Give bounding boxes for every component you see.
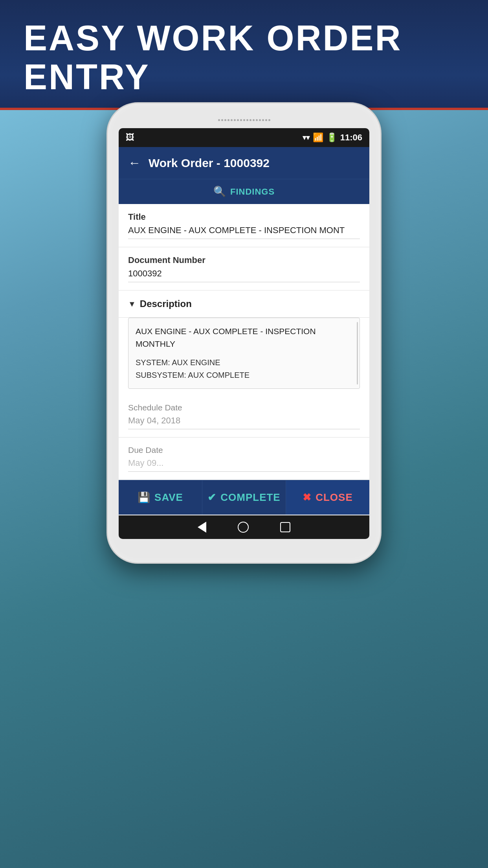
close-icon: ✖ [303,491,312,504]
status-left: 🖼 [126,132,134,143]
signal-icon: 📶 [313,132,323,143]
action-buttons: 💾 SAVE ✔ COMPLETE ✖ CLOSE [119,480,369,515]
wifi-icon: ▾▾ [303,133,310,142]
document-number-value[interactable]: 1000392 [128,268,360,282]
phone-nav-bar [119,515,369,539]
back-nav-icon[interactable] [198,522,206,533]
title-value[interactable]: AUX ENGINE - AUX COMPLETE - INSPECTION M… [128,225,360,239]
description-subsystem: SUBSYSTEM: AUX COMPLETE [136,369,352,381]
phone-mockup: 🖼 ▾▾ 📶 🔋 11:06 ← Work Order - 1000392 🔍 … [106,102,382,564]
work-order-title: Work Order - 1000392 [149,156,270,170]
close-label: CLOSE [316,491,353,504]
schedule-date-value[interactable]: May 04, 2018 [128,416,360,429]
header-title: EASY WORK ORDER ENTRY [24,19,464,97]
photo-icon: 🖼 [126,132,134,143]
document-number-field: Document Number 1000392 [119,247,369,291]
status-right: ▾▾ 📶 🔋 11:06 [303,132,362,143]
header-banner: EASY WORK ORDER ENTRY [0,0,488,110]
due-date-field: Due Date May 09... [119,438,369,480]
due-date-value[interactable]: May 09... [128,458,360,472]
phone-screen: 🖼 ▾▾ 📶 🔋 11:06 ← Work Order - 1000392 🔍 … [119,128,369,539]
findings-icon: 🔍 [213,186,226,198]
home-nav-icon[interactable] [238,522,249,533]
description-header[interactable]: ▼ Description [119,291,369,318]
findings-label: FINDINGS [230,187,275,197]
title-field: Title AUX ENGINE - AUX COMPLETE - INSPEC… [119,204,369,247]
battery-icon: 🔋 [327,132,337,143]
phone-body: 🖼 ▾▾ 📶 🔋 11:06 ← Work Order - 1000392 🔍 … [106,102,382,564]
save-button[interactable]: 💾 SAVE [119,480,202,515]
save-icon: 💾 [138,491,150,504]
close-button[interactable]: ✖ CLOSE [286,480,369,515]
description-meta: SYSTEM: AUX ENGINE SUBSYSTEM: AUX COMPLE… [136,356,352,381]
complete-label: COMPLETE [220,491,280,504]
recents-nav-icon[interactable] [280,522,290,532]
findings-tab[interactable]: 🔍 FINDINGS [119,179,369,204]
due-date-label: Due Date [128,445,360,455]
description-system: SYSTEM: AUX ENGINE [136,356,352,369]
speaker-dots [218,119,270,121]
app-header: ← Work Order - 1000392 [119,147,369,179]
description-text: AUX ENGINE - AUX COMPLETE - INSPECTION M… [136,325,352,350]
chevron-down-icon: ▼ [128,300,136,309]
scrollbar [357,322,358,384]
schedule-date-field: Schedule Date May 04, 2018 [119,395,369,438]
back-button[interactable]: ← [128,156,141,170]
complete-button[interactable]: ✔ COMPLETE [202,480,286,515]
description-box[interactable]: AUX ENGINE - AUX COMPLETE - INSPECTION M… [128,318,360,389]
form-content: Title AUX ENGINE - AUX COMPLETE - INSPEC… [119,204,369,515]
description-label: Description [140,298,192,309]
phone-speaker [119,119,369,121]
document-number-label: Document Number [128,255,360,265]
complete-icon: ✔ [207,491,216,504]
save-label: SAVE [154,491,183,504]
title-label: Title [128,212,360,222]
status-bar: 🖼 ▾▾ 📶 🔋 11:06 [119,128,369,147]
schedule-date-label: Schedule Date [128,403,360,412]
status-time: 11:06 [340,132,362,143]
